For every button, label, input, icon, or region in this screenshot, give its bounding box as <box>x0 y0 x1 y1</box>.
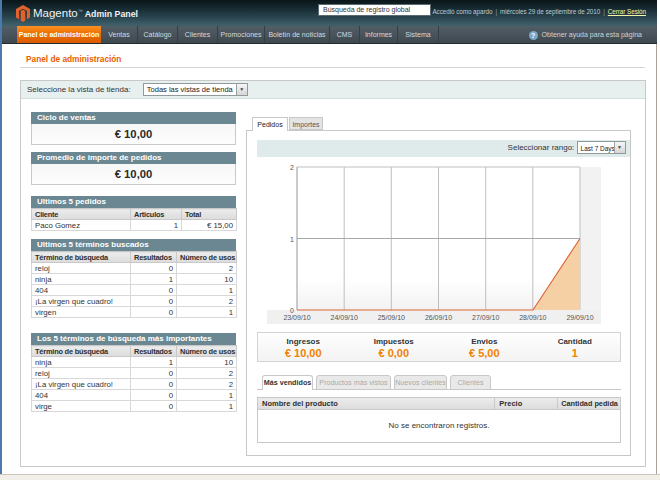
svg-text:27/09/10: 27/09/10 <box>472 314 499 321</box>
svg-text:28/09/10: 28/09/10 <box>519 314 546 321</box>
svg-text:24/09/10: 24/09/10 <box>331 314 358 321</box>
svg-text:26/09/10: 26/09/10 <box>425 314 452 321</box>
svg-text:2: 2 <box>290 164 294 171</box>
svg-text:1: 1 <box>290 236 294 243</box>
svg-text:23/09/10: 23/09/10 <box>283 314 310 321</box>
svg-text:25/09/10: 25/09/10 <box>378 314 405 321</box>
svg-text:0: 0 <box>290 307 294 314</box>
svg-text:29/09/10: 29/09/10 <box>566 314 593 321</box>
